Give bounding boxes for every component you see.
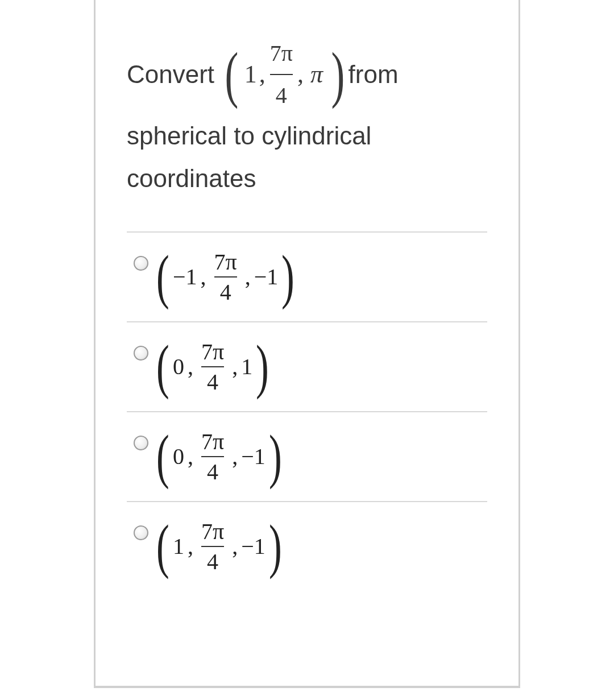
question-prefix: Convert: [127, 53, 214, 96]
option-row[interactable]: ( −1 , 7π 4 , −1 ): [127, 231, 487, 321]
left-paren-icon: (: [156, 431, 169, 482]
option-c: 1: [241, 353, 252, 380]
question-suffix1: from: [349, 53, 399, 96]
question-text: Convert ( 1 , 7π 4 , π ) from spherical …: [127, 34, 487, 200]
tuple-a: 1: [244, 53, 257, 96]
option-c: −1: [241, 443, 265, 470]
right-paren-icon: ): [256, 341, 269, 392]
right-paren-icon: ): [269, 521, 282, 571]
tuple-c: π: [310, 53, 323, 96]
question-line-1: Convert ( 1 , 7π 4 , π ) from: [127, 34, 487, 115]
option-b-num: 7π: [199, 518, 226, 546]
option-b-den: 4: [201, 366, 224, 395]
question-container: Convert ( 1 , 7π 4 , π ) from spherical …: [94, 0, 520, 688]
radio-icon[interactable]: [134, 525, 148, 540]
option-row[interactable]: ( 0 , 7π 4 , 1 ): [127, 321, 487, 411]
option-b-den: 4: [214, 276, 237, 305]
radio-icon[interactable]: [134, 256, 148, 271]
option-a: −1: [173, 263, 197, 290]
option-fraction: 7π 4: [212, 248, 239, 305]
left-paren-icon: (: [156, 341, 169, 392]
tuple-b-num: 7π: [268, 34, 295, 74]
radio-icon[interactable]: [134, 346, 148, 361]
option-a: 0: [173, 353, 184, 380]
options-list: ( −1 , 7π 4 , −1 ) ( 0 , 7π 4: [127, 231, 487, 591]
radio-icon[interactable]: [134, 436, 148, 450]
right-paren-icon: ): [331, 49, 345, 100]
question-tuple: ( 1 , 7π 4 , π ): [221, 34, 349, 115]
option-row[interactable]: ( 0 , 7π 4 , −1 ): [127, 411, 487, 501]
option-math: ( 0 , 7π 4 , 1 ): [153, 338, 272, 395]
option-b-den: 4: [201, 546, 224, 575]
left-paren-icon: (: [156, 521, 169, 571]
option-math: ( 1 , 7π 4 , −1 ): [153, 518, 285, 575]
left-paren-icon: (: [156, 251, 169, 302]
option-b-num: 7π: [199, 338, 226, 366]
right-paren-icon: ): [281, 251, 294, 302]
option-math: ( 0 , 7π 4 , −1 ): [153, 428, 285, 485]
right-paren-icon: ): [269, 431, 282, 482]
option-row[interactable]: ( 1 , 7π 4 , −1 ): [127, 501, 487, 591]
option-c: −1: [241, 533, 265, 560]
option-b-num: 7π: [199, 428, 226, 456]
tuple-b-den: 4: [270, 74, 293, 115]
option-a: 1: [173, 533, 184, 560]
option-b-num: 7π: [212, 248, 239, 276]
option-b-den: 4: [201, 456, 224, 485]
question-line-2: spherical to cylindrical: [127, 115, 487, 158]
left-paren-icon: (: [225, 49, 238, 100]
option-fraction: 7π 4: [199, 338, 226, 395]
question-line-3: coordinates: [127, 158, 487, 200]
option-fraction: 7π 4: [199, 518, 226, 575]
option-fraction: 7π 4: [199, 428, 226, 485]
option-math: ( −1 , 7π 4 , −1 ): [153, 248, 298, 305]
option-c: −1: [254, 263, 279, 290]
option-a: 0: [173, 443, 184, 470]
tuple-b-fraction: 7π 4: [268, 34, 295, 115]
